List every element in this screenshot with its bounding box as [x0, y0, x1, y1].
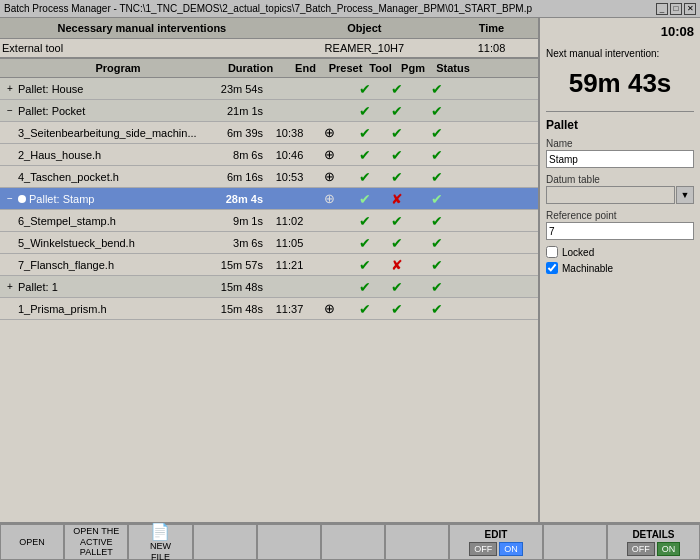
- table-row[interactable]: − Pallet: Stamp 28m 4s ⊕ ✔ ✘ ✔: [0, 188, 538, 210]
- row-duration: 3m 6s: [202, 237, 267, 249]
- row-status: ✔: [412, 169, 462, 185]
- row-duration: 9m 1s: [202, 215, 267, 227]
- table-row[interactable]: 6_Stempel_stamp.h 9m 1s 11:02 ✔ ✔ ✔: [0, 210, 538, 232]
- new-file-button[interactable]: 📄 NEWFILE: [128, 524, 192, 560]
- main-layout: Necessary manual interventions Object Ti…: [0, 18, 700, 522]
- expand-icon[interactable]: −: [2, 105, 18, 116]
- row-program: 3_Seitenbearbeitung_side_machin...: [18, 127, 202, 139]
- row-tool: ✔: [347, 257, 382, 273]
- edit-label: EDIT: [485, 529, 508, 540]
- row-preset: ⊕: [312, 125, 347, 140]
- expand-icon[interactable]: +: [2, 83, 18, 94]
- pallet-title: Pallet: [546, 118, 694, 132]
- preset-col-header: Preset: [328, 62, 363, 74]
- details-label: DETAILS: [632, 529, 674, 540]
- tool-col-header: Tool: [363, 62, 398, 74]
- row-end: 11:02: [267, 215, 312, 227]
- row-duration: 28m 4s: [202, 193, 267, 205]
- empty-btn-7: [385, 524, 449, 560]
- details-off-button[interactable]: OFF: [627, 542, 655, 556]
- row-pgm: ✔: [382, 147, 412, 163]
- table-row[interactable]: 7_Flansch_flange.h 15m 57s 11:21 ✔ ✘ ✔: [0, 254, 538, 276]
- row-status: ✔: [412, 279, 462, 295]
- empty-btn-5: [257, 524, 321, 560]
- datum-label: Datum table: [546, 174, 694, 185]
- duration-col-header: Duration: [218, 62, 283, 74]
- row-duration: 6m 39s: [202, 127, 267, 139]
- row-pgm: ✔: [382, 235, 412, 251]
- row-duration: 6m 16s: [202, 171, 267, 183]
- row-program: 5_Winkelstueck_bend.h: [18, 237, 202, 249]
- expand-icon[interactable]: −: [2, 193, 18, 204]
- table-row[interactable]: − Pallet: Pocket 21m 1s ✔ ✔ ✔: [0, 100, 538, 122]
- table-row[interactable]: 3_Seitenbearbeitung_side_machin... 6m 39…: [0, 122, 538, 144]
- row-pgm: ✔: [382, 279, 412, 295]
- open-button[interactable]: OPEN: [0, 524, 64, 560]
- pallet-section: Pallet Name Datum table ▼ Reference poin…: [546, 111, 694, 278]
- table-row[interactable]: 5_Winkelstueck_bend.h 3m 6s 11:05 ✔ ✔ ✔: [0, 232, 538, 254]
- row-duration: 8m 6s: [202, 149, 267, 161]
- intervention-object: REAMER_10H7: [282, 42, 447, 54]
- bottom-toolbar: OPEN OPEN THEACTIVEPALLET 📄 NEWFILE EDIT…: [0, 522, 700, 560]
- row-program: 2_Haus_house.h: [18, 149, 202, 161]
- table-row[interactable]: 1_Prisma_prism.h 15m 48s 11:37 ⊕ ✔ ✔ ✔: [0, 298, 538, 320]
- table-area: Program Duration End Preset Tool Pgm Sta…: [0, 59, 538, 522]
- time-col-header: Time: [447, 22, 536, 34]
- row-status: ✔: [412, 257, 462, 273]
- row-status: ✔: [412, 147, 462, 163]
- locked-checkbox[interactable]: [546, 246, 558, 258]
- table-row[interactable]: 2_Haus_house.h 8m 6s 10:46 ⊕ ✔ ✔ ✔: [0, 144, 538, 166]
- table-row[interactable]: + Pallet: 1 15m 48s ✔ ✔ ✔: [0, 276, 538, 298]
- row-program: 7_Flansch_flange.h: [18, 259, 202, 271]
- row-status: ✔: [412, 103, 462, 119]
- close-button[interactable]: ✕: [684, 3, 696, 15]
- datum-input[interactable]: [546, 186, 675, 204]
- row-tool: ✔: [347, 169, 382, 185]
- status-col-header: Status: [428, 62, 478, 74]
- row-tool: ✔: [347, 191, 382, 207]
- pgm-col-header: Pgm: [398, 62, 428, 74]
- row-pgm: ✔: [382, 213, 412, 229]
- expand-icon[interactable]: +: [2, 281, 18, 292]
- row-program: Pallet: Pocket: [18, 105, 202, 117]
- intervention-row: External tool REAMER_10H7 11:08: [0, 39, 538, 59]
- datum-btn[interactable]: ▼: [676, 186, 694, 204]
- table-row[interactable]: + Pallet: House 23m 54s ✔ ✔ ✔: [0, 78, 538, 100]
- row-pgm: ✘: [382, 257, 412, 273]
- row-tool: ✔: [347, 147, 382, 163]
- machinable-row: Machinable: [546, 262, 694, 274]
- details-toggle-row: OFF ON: [627, 542, 681, 556]
- ref-input[interactable]: [546, 222, 694, 240]
- edit-off-button[interactable]: OFF: [469, 542, 497, 556]
- row-pgm: ✘: [382, 191, 412, 207]
- details-toggle-group: DETAILS OFF ON: [607, 524, 700, 560]
- row-end: 11:21: [267, 259, 312, 271]
- minimize-button[interactable]: _: [656, 3, 668, 15]
- open-active-pallet-button[interactable]: OPEN THEACTIVEPALLET: [64, 524, 128, 560]
- datum-input-row: ▼: [546, 186, 694, 204]
- row-tool: ✔: [347, 213, 382, 229]
- row-tool: ✔: [347, 103, 382, 119]
- row-status: ✔: [412, 301, 462, 317]
- datum-field-group: Datum table ▼: [546, 174, 694, 204]
- next-intervention-label: Next manual intervention:: [546, 47, 694, 60]
- intervention-time: 11:08: [447, 42, 536, 54]
- row-duration: 23m 54s: [202, 83, 267, 95]
- maximize-button[interactable]: □: [670, 3, 682, 15]
- name-label: Name: [546, 138, 694, 149]
- machinable-checkbox[interactable]: [546, 262, 558, 274]
- row-status: ✔: [412, 125, 462, 141]
- row-status: ✔: [412, 191, 462, 207]
- table-row[interactable]: 4_Taschen_pocket.h 6m 16s 10:53 ⊕ ✔ ✔ ✔: [0, 166, 538, 188]
- row-preset: ⊕: [312, 147, 347, 162]
- row-status: ✔: [412, 235, 462, 251]
- row-tool: ✔: [347, 301, 382, 317]
- row-tool: ✔: [347, 81, 382, 97]
- right-panel: 10:08 Next manual intervention: 59m 43s …: [540, 18, 700, 522]
- name-input[interactable]: [546, 150, 694, 168]
- row-program: Pallet: Stamp: [18, 193, 202, 205]
- name-field-group: Name: [546, 138, 694, 168]
- edit-on-button[interactable]: ON: [499, 542, 523, 556]
- details-on-button[interactable]: ON: [657, 542, 681, 556]
- program-col-header: Program: [18, 62, 218, 74]
